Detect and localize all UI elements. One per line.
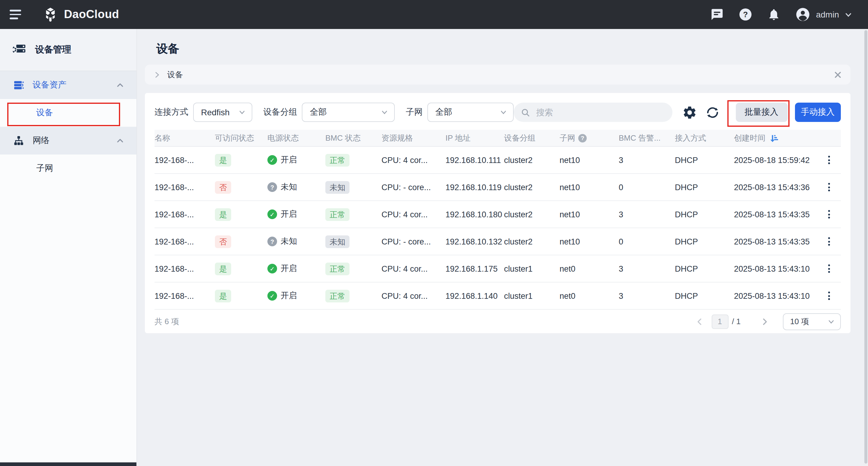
prev-page-icon[interactable] [693,314,705,329]
scrollbar-thumb[interactable] [864,30,867,464]
table-row[interactable]: 192-168-... 是 开启 正常 CPU: 4 cor... 192.16… [155,201,841,228]
avatar-icon [795,7,811,22]
device-assets-icon [13,79,25,91]
ip-address: 192.168.10.132 [445,237,504,246]
chevron-up-icon [116,81,124,89]
connection-select[interactable]: Redfish [193,103,252,122]
table-row[interactable]: 192-168-... 是 开启 正常 CPU: 4 cor... 192.16… [155,255,841,282]
power-status: 开启 [268,209,326,220]
device-name[interactable]: 192-168-... [155,291,215,300]
close-icon[interactable] [834,70,842,79]
col-header-subnet: 子网 ? [560,132,619,143]
app-window: DaoCloud ? admin [0,0,868,466]
resource-spec: CPU: 4 cor... [381,291,445,300]
row-actions-menu-icon[interactable] [825,262,834,275]
refresh-icon[interactable] [705,105,720,120]
ip-address: 192.168.10.111 [445,155,504,164]
help-icon[interactable]: ? [738,7,753,22]
access-method: DHCP [675,183,734,192]
chevron-down-icon [500,108,507,116]
device-name[interactable]: 192-168-... [155,210,215,219]
sidebar-item-device-assets[interactable]: 设备资产 [0,71,136,99]
device-table-card: 连接方式 Redfish 设备分组 全部 子网 全部 [145,93,850,333]
chevron-down-icon [828,318,835,325]
row-actions-menu-icon[interactable] [825,208,834,221]
table-row[interactable]: 192-168-... 是 开启 正常 CPU: 4 cor... 192.16… [155,147,841,174]
power-status: 开启 [268,155,326,165]
sidebar-item-label: 网络 [33,135,50,146]
row-actions-menu-icon[interactable] [825,153,834,166]
page-number-input[interactable] [711,314,728,329]
menu-toggle-icon[interactable] [10,10,24,19]
page-size-select[interactable]: 10 项 [783,313,841,330]
subnet-name: net10 [560,210,619,219]
bmc-status-badge: 正常 [326,289,349,302]
next-page-icon[interactable] [759,314,771,329]
table-body: 192-168-... 是 开启 正常 CPU: 4 cor... 192.16… [155,147,841,310]
brand-name: DaoCloud [64,8,119,21]
help-circle-icon[interactable]: ? [578,134,587,142]
table-row[interactable]: 192-168-... 否 未知 未知 CPU: - core... 192.1… [155,228,841,255]
power-status: 未知 [268,236,326,247]
batch-access-button[interactable]: 批量接入 [736,103,787,122]
manual-access-button[interactable]: 手动接入 [795,103,841,122]
message-icon[interactable] [710,7,724,22]
created-time: 2025-08-13 15:43:35 [734,210,818,219]
sidebar-subitem-label: 子网 [36,163,53,174]
settings-gear-icon[interactable] [682,105,697,120]
col-header-bmc-status: BMC 状态 [326,132,381,143]
device-name[interactable]: 192-168-... [155,155,215,164]
created-time: 2025-08-13 15:43:10 [734,264,818,273]
user-menu[interactable]: admin [795,7,852,22]
col-header-bmc-alerts: BMC 告警... [619,132,675,143]
subnet-filter-label: 子网 [406,107,423,118]
search-icon [521,108,530,117]
device-group: cluster1 [504,291,560,300]
device-group: cluster2 [504,237,560,246]
device-name[interactable]: 192-168-... [155,237,215,246]
accessible-badge: 是 [215,154,231,166]
bmc-alert-count: 3 [619,210,675,219]
created-time: 2025-08-13 15:43:36 [734,183,818,192]
chevron-up-icon [116,136,124,145]
ip-address: 192.168.10.180 [445,210,504,219]
chevron-down-icon [239,108,246,116]
accessible-badge: 是 [215,208,231,221]
search-input[interactable] [535,107,656,118]
ip-address: 192.168.10.119 [445,183,504,192]
chevron-right-icon[interactable] [153,71,161,78]
table-row[interactable]: 192-168-... 是 开启 正常 CPU: 4 cor... 192.16… [155,282,841,310]
row-actions-menu-icon[interactable] [825,289,834,303]
group-filter-label: 设备分组 [263,107,297,118]
breadcrumb: 设备 [145,65,850,85]
col-header-created: 创建时间 [734,132,818,143]
table-footer: 共 6 项 / 1 10 项 [155,310,841,333]
connection-filter-label: 连接方式 [155,107,188,118]
sidebar-item-network[interactable]: 网络 [0,127,136,155]
vertical-scrollbar[interactable] [864,29,868,466]
device-group: cluster2 [504,155,560,164]
subnet-select[interactable]: 全部 [427,103,514,122]
brand-logo[interactable]: DaoCloud [42,6,119,23]
sidebar-item-label: 设备资产 [33,80,66,91]
power-status: 开启 [268,263,326,274]
row-actions-menu-icon[interactable] [825,181,834,194]
breadcrumb-item[interactable]: 设备 [167,69,183,80]
row-actions-menu-icon[interactable] [825,235,834,248]
sidebar-item-device[interactable]: 设备 [0,99,136,127]
table-row[interactable]: 192-168-... 否 未知 未知 CPU: - core... 192.1… [155,174,841,201]
col-header-access-method: 接入方式 [675,132,734,143]
sidebar-subitem-label: 设备 [36,107,53,118]
resource-spec: CPU: 4 cor... [381,264,445,273]
col-header-ip: IP 地址 [445,132,504,143]
device-name[interactable]: 192-168-... [155,264,215,273]
group-select[interactable]: 全部 [302,103,395,122]
sidebar-item-subnet[interactable]: 子网 [0,155,136,182]
sidebar-module-title: 设备管理 [0,29,136,71]
device-table: 名称 可访问状态 电源状态 BMC 状态 资源规格 IP 地址 设备分组 子网 … [155,130,841,310]
bell-icon[interactable] [767,7,781,22]
sort-descending-icon[interactable] [769,133,779,143]
device-name[interactable]: 192-168-... [155,183,215,192]
power-status-icon [268,182,277,192]
sidebar-bottom-bar [0,462,136,466]
